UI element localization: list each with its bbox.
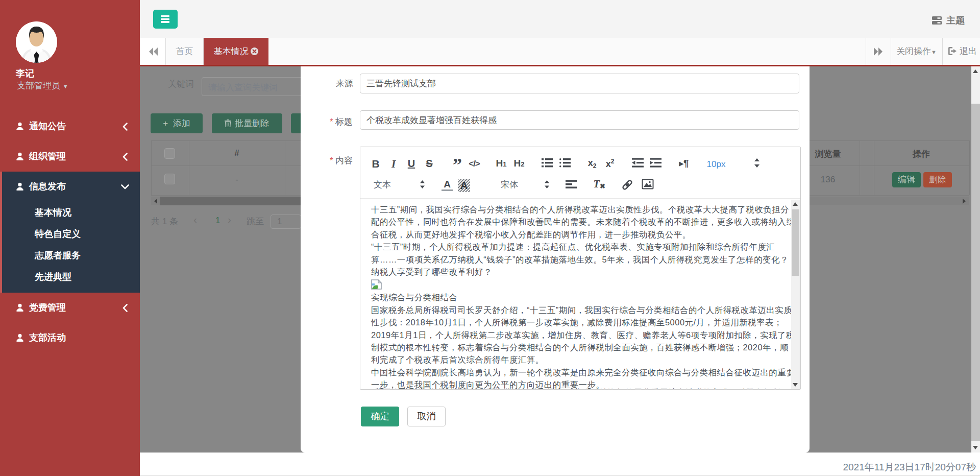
svg-text:A: A <box>460 180 468 191</box>
